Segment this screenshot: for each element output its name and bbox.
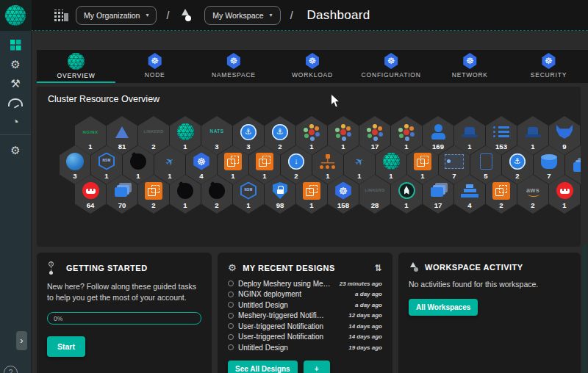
kubernetes-tab-icon: ☸ bbox=[462, 53, 477, 69]
istio-logo-icon bbox=[115, 126, 129, 138]
hex-icon-box bbox=[493, 122, 509, 142]
hex-icon-box bbox=[414, 151, 431, 171]
sort-icon[interactable]: ⇅ bbox=[374, 263, 382, 273]
resource-dots-icon bbox=[309, 129, 315, 135]
organization-dropdown-label: My Organization bbox=[84, 11, 140, 20]
design-row[interactable]: Untitled Design19 days ago bbox=[228, 342, 382, 353]
mascot-icon: ✈ bbox=[353, 154, 366, 167]
resource-count: 2 bbox=[151, 142, 155, 151]
argo-anchor-icon: ⚓ bbox=[272, 124, 288, 140]
hex-icon-box: ✈ bbox=[355, 151, 364, 171]
nats-logo-icon: NATS bbox=[210, 129, 224, 134]
resource-count: 64 bbox=[87, 201, 95, 209]
resource-count: 1 bbox=[183, 201, 187, 209]
resource-count: 17 bbox=[371, 142, 379, 151]
start-button[interactable]: Start bbox=[47, 336, 85, 357]
resource-count: 1 bbox=[246, 201, 250, 209]
kubernetes-icon: ☸ bbox=[334, 182, 352, 200]
tab-label: OVERVIEW bbox=[57, 72, 96, 79]
tab-node[interactable]: ☸NODE bbox=[115, 50, 194, 83]
resource-count: 1 bbox=[389, 172, 392, 180]
recent-designs-panel: ⚙ MY RECENT DESIGNS ⇅ Deploy Meshery usi… bbox=[218, 253, 392, 373]
hex-icon-box bbox=[306, 122, 318, 142]
hex-badge-icon: NSM bbox=[240, 182, 257, 200]
blue-layers-icon bbox=[115, 187, 127, 197]
sidebar-item-configuration-tools[interactable]: ⚒ bbox=[0, 73, 31, 93]
mascot-icon: ✈ bbox=[163, 154, 176, 167]
design-time: 12 days ago bbox=[348, 312, 382, 319]
tab-configuration[interactable]: ☸CONFIGURATION bbox=[352, 50, 431, 83]
help-button[interactable]: ? bbox=[4, 366, 18, 373]
all-workspaces-button[interactable]: All Workspaces bbox=[409, 299, 478, 316]
hex-icon-box bbox=[573, 156, 581, 175]
tab-security[interactable]: ☸SECURITY bbox=[509, 50, 588, 83]
hex-icon-box bbox=[430, 122, 446, 142]
resource-count: 2 bbox=[294, 172, 298, 180]
design-name: Meshery-triggered Notifi… bbox=[238, 311, 344, 319]
design-time: 14 days ago bbox=[348, 333, 382, 340]
resource-count: 81 bbox=[118, 142, 126, 151]
add-design-button[interactable]: + bbox=[304, 361, 330, 373]
sidebar-expand-button[interactable]: › bbox=[16, 331, 27, 350]
guided-tasks-icon bbox=[51, 262, 60, 274]
resource-count: 28 bbox=[371, 201, 379, 209]
hex-icon-box bbox=[224, 151, 242, 171]
blue-layers-icon bbox=[573, 162, 581, 172]
resource-count: 1 bbox=[168, 172, 171, 180]
design-time: a day ago bbox=[355, 302, 382, 308]
tab-label: NAMESPACE bbox=[212, 71, 256, 79]
meshery-home-button[interactable] bbox=[0, 0, 31, 31]
resource-count: 3 bbox=[73, 172, 76, 180]
design-row[interactable]: Untitled Designa day ago bbox=[228, 300, 382, 311]
cluster-overview-panel: Cluster Resource Overview NGINX181LINKER… bbox=[37, 87, 581, 247]
design-icon bbox=[228, 291, 234, 297]
logo-text: NGINX bbox=[82, 130, 98, 134]
users-icon bbox=[430, 124, 446, 140]
design-icon bbox=[228, 302, 234, 308]
design-row[interactable]: User-triggered Notification14 days ago bbox=[228, 321, 382, 332]
resource-count: 2 bbox=[278, 142, 282, 151]
github-icon bbox=[130, 153, 146, 170]
design-name: User-triggered Notification bbox=[238, 333, 344, 341]
resource-count: 70 bbox=[118, 201, 126, 209]
meshery-tab-icon bbox=[68, 53, 85, 70]
hex-icon-box bbox=[462, 122, 478, 142]
couchbase-logo-icon bbox=[556, 182, 573, 199]
tab-workload[interactable]: ☸WORKLOAD bbox=[273, 50, 351, 83]
tab-network[interactable]: ☸NETWORK bbox=[431, 50, 509, 83]
workspace-dropdown-label: My Workspace bbox=[212, 11, 263, 20]
designs-gear-icon: ⚙ bbox=[228, 262, 237, 273]
hex-icon-box bbox=[303, 181, 320, 200]
see-all-designs-button[interactable]: See All Designs bbox=[228, 361, 298, 373]
design-list: Deploy Meshery using Me…23 minutes agoNG… bbox=[228, 278, 382, 353]
header: My Organization ▾ / My Workspace ▾ / Das… bbox=[31, 0, 588, 31]
organization-icon bbox=[54, 10, 63, 21]
sidebar-item-lifecycle-gears[interactable]: ⚙ bbox=[0, 54, 31, 73]
sidebar-item-settings-gear[interactable]: ⚙ bbox=[0, 134, 31, 161]
sidebar-item-extensions[interactable]: ◔ bbox=[0, 112, 31, 131]
resource-count: 5 bbox=[484, 172, 487, 180]
resource-count: 98 bbox=[276, 201, 284, 209]
resource-count: 7 bbox=[452, 172, 456, 180]
sidebar-item-performance-dial[interactable] bbox=[0, 93, 31, 112]
design-name: User-triggered Notification bbox=[238, 322, 344, 330]
scrollbar-thumb[interactable] bbox=[582, 245, 587, 373]
tab-overview[interactable]: OVERVIEW bbox=[37, 50, 115, 83]
linkerd-logo-icon: LINKERD bbox=[143, 130, 163, 134]
orange-stack-icon bbox=[224, 153, 242, 170]
hex-icon-box: NATS bbox=[210, 122, 224, 142]
tab-namespace[interactable]: ☸NAMESPACE bbox=[194, 50, 273, 83]
design-row[interactable]: User-triggered Notification14 days ago bbox=[228, 332, 382, 343]
organization-dropdown[interactable]: My Organization ▾ bbox=[76, 6, 157, 25]
design-row[interactable]: Meshery-triggered Notifi…12 days ago bbox=[228, 311, 382, 322]
design-row[interactable]: Deploy Meshery using Me…23 minutes ago bbox=[228, 278, 382, 289]
resource-count: 1 bbox=[183, 142, 187, 151]
breadcrumb-separator: / bbox=[290, 10, 293, 21]
resource-count: 1 bbox=[562, 201, 566, 209]
workspace-dropdown[interactable]: My Workspace ▾ bbox=[204, 6, 280, 25]
hex-icon-box: NSM bbox=[98, 151, 115, 171]
breadcrumb-separator: / bbox=[166, 10, 169, 21]
resource-count: 9 bbox=[562, 142, 566, 151]
sidebar-item-dashboard[interactable] bbox=[0, 35, 31, 54]
design-row[interactable]: NGINX deploymenta day ago bbox=[228, 289, 382, 300]
